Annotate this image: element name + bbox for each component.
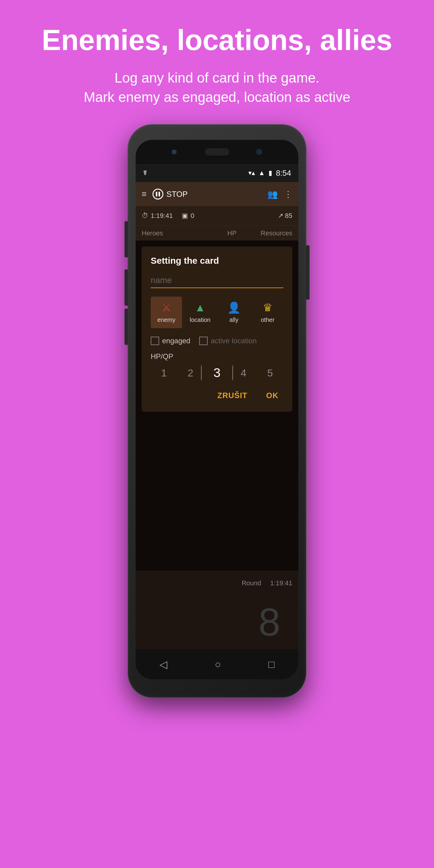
active-location-label: active location <box>211 337 256 345</box>
hero-subtitle-line2: Mark enemy as engaged, location as activ… <box>84 89 350 105</box>
score-value: 85 <box>285 212 292 220</box>
dialog-title: Setting the card <box>151 255 283 266</box>
num-1[interactable]: 1 <box>153 367 175 379</box>
phone-top-bar <box>135 140 299 164</box>
col-heroes: Heroes <box>142 229 163 237</box>
card-name-input[interactable] <box>151 273 283 288</box>
enemy-icon: ⚔ <box>161 301 171 314</box>
timer-display: ⏱ 1:19:41 <box>142 212 173 220</box>
setting-card-dialog: Setting the card ⚔ enemy ▲ location <box>142 247 292 412</box>
stop-button[interactable]: STOP <box>153 189 187 199</box>
wifi-icon: ▾▴ <box>248 169 255 177</box>
stop-label: STOP <box>166 190 187 199</box>
speaker-grille <box>205 148 229 156</box>
enemy-label: enemy <box>157 316 176 323</box>
active-location-checkbox[interactable]: active location <box>199 337 256 345</box>
back-button[interactable]: ◁ <box>159 658 167 670</box>
navigation-bar: ◁ ○ □ <box>135 649 299 679</box>
num-5[interactable]: 5 <box>259 367 281 379</box>
timer-icon: ⏱ <box>142 212 148 220</box>
pause-icon <box>153 189 163 199</box>
num-2[interactable]: 2 <box>180 367 201 379</box>
game-info-bar: ⏱ 1:19:41 ▣ 0 ↗ 85 <box>135 206 299 225</box>
round-number-area: 8 <box>135 595 299 649</box>
pause-bar-left <box>156 192 157 196</box>
card-type-enemy[interactable]: ⚔ enemy <box>151 297 182 328</box>
status-right: ▾▴ ▲ ▮ 8:54 <box>248 168 291 178</box>
ally-icon: 👤 <box>227 301 241 314</box>
hero-title: Enemies, locations, allies <box>41 24 392 56</box>
battery-icon: ▮ <box>269 169 272 177</box>
checkbox-box-active <box>199 337 208 345</box>
home-button[interactable]: ○ <box>215 658 221 670</box>
col-resources: Resources <box>261 229 292 237</box>
round-number: 8 <box>258 602 280 642</box>
toolbar-title-area: STOP <box>153 189 261 199</box>
timer-value: 1:19:41 <box>151 212 173 220</box>
phone-screen: ☤ ▾▴ ▲ ▮ 8:54 ≡ <box>135 140 299 679</box>
engaged-label: engaged <box>162 337 190 345</box>
card-type-other[interactable]: ♛ other <box>252 297 283 328</box>
pause-bar-right <box>158 192 160 196</box>
signal-icon: ▲ <box>258 169 265 177</box>
card-type-ally[interactable]: 👤 ally <box>218 297 250 328</box>
cards-display: ▣ 0 <box>182 212 194 220</box>
main-content: Ca... +a... › › <box>135 241 299 571</box>
phone-mockup: ☤ ▾▴ ▲ ▮ 8:54 ≡ <box>128 125 306 698</box>
app-toolbar: ≡ STOP 👥 ⋮ <box>135 182 299 206</box>
num-3[interactable]: 3 <box>207 366 227 380</box>
other-icon: ♛ <box>263 301 273 314</box>
bottom-status-bar: Round 1:19:41 <box>135 571 299 595</box>
checkboxes: engaged active location <box>151 337 283 345</box>
dialog-buttons: ZRUŠIT OK <box>151 389 283 403</box>
num-4[interactable]: 4 <box>233 367 254 379</box>
card-type-location[interactable]: ▲ location <box>184 297 216 328</box>
score-display: ↗ 85 <box>278 212 292 220</box>
hpqp-label: HP/QP <box>151 352 283 361</box>
status-bar: ☤ ▾▴ ▲ ▮ 8:54 <box>135 164 299 182</box>
col-hp: HP <box>227 229 237 237</box>
location-icon: ▲ <box>195 301 206 314</box>
number-picker: 1 2 3 4 5 <box>151 366 283 380</box>
toolbar-right: 👥 ⋮ <box>267 189 292 199</box>
column-headers: Heroes HP Resources <box>135 225 299 241</box>
hero-subtitle: Log any kind of card in the game. Mark e… <box>41 68 392 107</box>
cards-count: 0 <box>190 212 194 220</box>
picker-divider-left <box>201 366 202 380</box>
people-icon[interactable]: 👥 <box>267 189 278 199</box>
round-info: Round 1:19:41 <box>242 579 292 587</box>
engaged-checkbox[interactable]: engaged <box>151 337 190 345</box>
picker-divider-right <box>232 366 233 380</box>
other-label: other <box>261 316 275 323</box>
hero-subtitle-line1: Log any kind of card in the game. <box>115 70 319 86</box>
android-icon: ☤ <box>143 169 147 177</box>
ok-button[interactable]: OK <box>261 389 283 403</box>
round-time: 1:19:41 <box>270 579 292 587</box>
score-icon: ↗ <box>278 212 283 220</box>
cards-icon: ▣ <box>182 212 188 220</box>
location-label: location <box>190 316 211 323</box>
front-camera-secondary <box>256 149 262 155</box>
menu-icon[interactable]: ≡ <box>142 189 147 199</box>
hero-section: Enemies, locations, allies Log any kind … <box>11 0 422 125</box>
front-camera <box>172 150 177 154</box>
round-label: Round <box>242 579 261 587</box>
cancel-button[interactable]: ZRUŠIT <box>213 389 252 403</box>
card-type-selector: ⚔ enemy ▲ location 👤 ally <box>151 297 283 328</box>
phone-body: ☤ ▾▴ ▲ ▮ 8:54 ≡ <box>128 125 306 698</box>
more-icon[interactable]: ⋮ <box>284 189 292 199</box>
status-left: ☤ <box>143 169 147 177</box>
status-time: 8:54 <box>276 168 291 178</box>
checkbox-box-engaged <box>151 337 159 345</box>
ally-label: ally <box>229 316 239 323</box>
dialog-overlay: Setting the card ⚔ enemy ▲ location <box>135 241 299 571</box>
recent-button[interactable]: □ <box>269 658 275 670</box>
